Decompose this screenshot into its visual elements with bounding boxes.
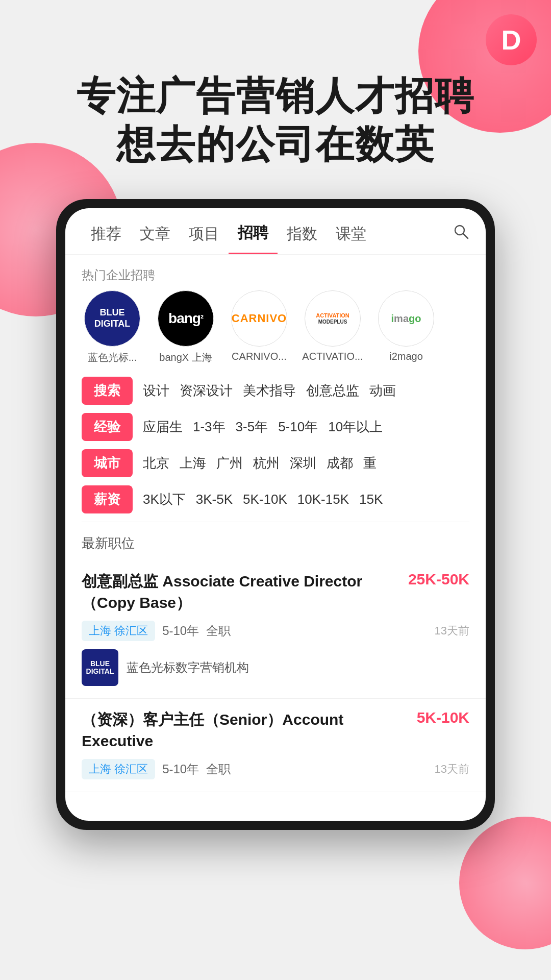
companies-section-label: 热门企业招聘 <box>65 255 486 290</box>
nav-item-wenzhang[interactable]: 文章 <box>131 224 180 254</box>
job-salary-1: 25K-50K <box>408 571 469 588</box>
company-item-activation[interactable]: ACTIVATIONMODEPLUS ACTIVATIO... <box>302 290 363 362</box>
phone-mockup: 推荐 文章 项目 招聘 指数 课堂 热门企业招聘 <box>56 199 495 861</box>
filter-option-fresh[interactable]: 应届生 <box>143 418 183 436</box>
job-card-2[interactable]: （资深）客户主任（Senior）Account Executive 5K-10K… <box>65 699 486 792</box>
job-card-1[interactable]: 创意副总监 Associate Creative Director（Copy B… <box>65 560 486 699</box>
filter-option-10k-15k[interactable]: 10K-15K <box>297 492 349 507</box>
filter-option-hangzhou[interactable]: 杭州 <box>253 454 280 472</box>
filter-option-3k-below[interactable]: 3K以下 <box>143 491 186 508</box>
job-title-row-2: （资深）客户主任（Senior）Account Executive 5K-10K <box>82 709 469 752</box>
filter-option-1-3y[interactable]: 1-3年 <box>193 418 226 436</box>
filter-tag-search[interactable]: 搜索 <box>82 377 133 405</box>
job-title-2: （资深）客户主任（Senior）Account Executive <box>82 709 411 752</box>
filter-row-city: 城市 北京 上海 广州 杭州 深圳 成都 重 <box>82 449 469 477</box>
filter-option-chengdu[interactable]: 成都 <box>327 454 353 472</box>
filter-option-3k-5k[interactable]: 3K-5K <box>196 492 233 507</box>
filter-option-shenzhen[interactable]: 深圳 <box>290 454 316 472</box>
filter-option-shanghai[interactable]: 上海 <box>180 454 206 472</box>
phone-outer: 推荐 文章 项目 招聘 指数 课堂 热门企业招聘 <box>56 199 495 830</box>
company-name-activation: ACTIVATIO... <box>302 351 363 362</box>
app-logo: D <box>486 14 537 65</box>
filter-tag-experience[interactable]: 经验 <box>82 413 133 441</box>
nav-item-xiangmu[interactable]: 项目 <box>180 224 229 254</box>
latest-jobs-label: 最新职位 <box>65 530 486 560</box>
job-tags-row-2: 上海 徐汇区 5-10年 全职 13天前 <box>82 759 469 779</box>
hero-title: 专注广告营销人才招聘 想去的公司在数英 <box>31 71 520 168</box>
divider-1 <box>82 522 469 522</box>
job-type-1: 全职 <box>206 623 231 639</box>
filter-option-5k-10k[interactable]: 5K-10K <box>243 492 287 507</box>
company-logo-activation: ACTIVATIONMODEPLUS <box>305 290 361 347</box>
hero-section: 专注广告营销人才招聘 想去的公司在数英 <box>0 0 551 168</box>
nav-item-tuijian[interactable]: 推荐 <box>82 224 131 254</box>
job-salary-2: 5K-10K <box>417 709 469 726</box>
companies-row: BLUEDIGITAL 蓝色光标... bang² bangX 上海 CARNI… <box>65 290 486 377</box>
nav-bar: 推荐 文章 项目 招聘 指数 课堂 <box>65 208 486 255</box>
job-posted-1: 13天前 <box>435 623 469 639</box>
company-name-bangx: bangX 上海 <box>159 351 212 364</box>
company-logo-i2mago: imago <box>378 290 434 347</box>
filter-row-experience: 经验 应届生 1-3年 3-5年 5-10年 10年以上 <box>82 413 469 441</box>
job-location-1: 上海 徐汇区 <box>82 621 155 641</box>
job-tags-row-1: 上海 徐汇区 5-10年 全职 13天前 <box>82 621 469 641</box>
filter-option-15k-plus[interactable]: 15K <box>359 492 383 507</box>
filter-option-design[interactable]: 设计 <box>143 382 169 400</box>
filter-option-3-5y[interactable]: 3-5年 <box>236 418 268 436</box>
filter-option-animation[interactable]: 动画 <box>369 382 396 400</box>
nav-item-zhaopin[interactable]: 招聘 <box>229 223 278 254</box>
company-name-carnivo: CARNIVO... <box>232 351 287 362</box>
filter-option-art-director[interactable]: 美术指导 <box>243 382 296 400</box>
filter-row-salary: 薪资 3K以下 3K-5K 5K-10K 10K-15K 15K <box>82 485 469 513</box>
filter-option-10y-plus[interactable]: 10年以上 <box>328 418 383 436</box>
filter-option-chong[interactable]: 重 <box>363 454 377 472</box>
company-name-blue-digital: 蓝色光标... <box>88 351 137 364</box>
job-title-row-1: 创意副总监 Associate Creative Director（Copy B… <box>82 571 469 614</box>
company-item-blue-digital[interactable]: BLUEDIGITAL 蓝色光标... <box>82 290 143 364</box>
nav-item-ketang[interactable]: 课堂 <box>327 224 375 254</box>
hero-line1: 专注广告营销人才招聘 <box>77 74 474 117</box>
filter-option-5-10y[interactable]: 5-10年 <box>278 418 318 436</box>
filter-option-creative-director[interactable]: 创意总监 <box>306 382 359 400</box>
company-logo-blue-digital: BLUEDIGITAL <box>84 290 140 347</box>
company-row-1: BLUEDIGITAL 蓝色光标数字营销机构 <box>82 649 469 686</box>
job-title-1: 创意副总监 Associate Creative Director（Copy B… <box>82 571 402 614</box>
filter-option-beijing[interactable]: 北京 <box>143 454 169 472</box>
company-logo-bangx: bang² <box>158 290 214 347</box>
company-item-bangx[interactable]: bang² bangX 上海 <box>155 290 216 364</box>
app-logo-letter: D <box>502 26 521 54</box>
company-logo-carnivo: CARNIVO <box>231 290 287 347</box>
filter-tag-city[interactable]: 城市 <box>82 449 133 477</box>
job-posted-2: 13天前 <box>435 762 469 777</box>
company-item-i2mago[interactable]: imago i2mago <box>375 290 437 362</box>
company-item-carnivo[interactable]: CARNIVO CARNIVO... <box>229 290 290 362</box>
company-name-small-1: 蓝色光标数字营销机构 <box>127 659 249 676</box>
job-experience-2: 5-10年 <box>162 761 199 777</box>
company-logo-small-1: BLUEDIGITAL <box>82 649 118 686</box>
filter-section: 搜索 设计 资深设计 美术指导 创意总监 动画 经验 应届生 1-3年 3-5年… <box>65 377 486 513</box>
filter-row-search: 搜索 设计 资深设计 美术指导 创意总监 动画 <box>82 377 469 405</box>
filter-option-senior-design[interactable]: 资深设计 <box>180 382 233 400</box>
job-location-2: 上海 徐汇区 <box>82 759 155 779</box>
hero-line2: 想去的公司在数英 <box>116 122 435 166</box>
filter-option-guangzhou[interactable]: 广州 <box>216 454 243 472</box>
company-name-i2mago: i2mago <box>389 351 423 362</box>
nav-item-zhishu[interactable]: 指数 <box>278 224 327 254</box>
filter-tag-salary[interactable]: 薪资 <box>82 485 133 513</box>
job-experience-1: 5-10年 <box>162 623 199 639</box>
search-icon[interactable] <box>453 224 469 253</box>
svg-line-1 <box>463 234 468 238</box>
job-type-2: 全职 <box>206 761 231 777</box>
phone-screen: 推荐 文章 项目 招聘 指数 课堂 热门企业招聘 <box>65 208 486 821</box>
